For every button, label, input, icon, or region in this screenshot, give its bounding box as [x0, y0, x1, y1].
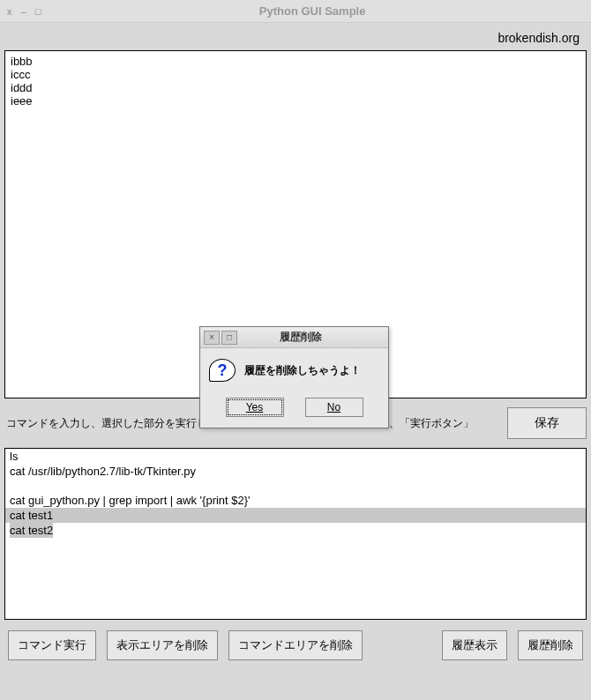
maximize-icon[interactable]: □	[35, 6, 41, 17]
dialog-close-icon[interactable]: ×	[204, 331, 220, 345]
site-label: brokendish.org	[4, 27, 587, 50]
yes-button[interactable]: Yes	[226, 398, 284, 417]
command-line[interactable]	[5, 479, 586, 493]
history-show-button[interactable]: 履歴表示	[442, 630, 507, 660]
button-row: コマンド実行 表示エリアを削除 コマンドエリアを削除 履歴表示 履歴削除	[4, 630, 587, 664]
exec-button[interactable]: コマンド実行	[8, 630, 96, 660]
command-line[interactable]: cat test2	[5, 523, 586, 538]
command-line[interactable]: cat test1	[5, 508, 586, 523]
window-controls: x – □	[7, 6, 41, 17]
save-button[interactable]: 保存	[507, 407, 587, 439]
confirm-dialog: × □ 履歴削除 ? 履歴を削除しちゃうよ！ Yes No	[199, 326, 389, 428]
command-line[interactable]: cat /usr/lib/python2.7/lib-tk/Tkinter.py	[5, 464, 586, 479]
history-delete-button[interactable]: 履歴削除	[518, 630, 583, 660]
dialog-message: 履歴を削除しちゃうよ！	[244, 363, 361, 378]
dialog-content: ? 履歴を削除しちゃうよ！	[200, 348, 388, 392]
dialog-buttons: Yes No	[200, 392, 388, 428]
command-line[interactable]: ls	[5, 449, 586, 464]
clear-display-button[interactable]: 表示エリアを削除	[107, 630, 218, 660]
question-icon: ?	[209, 359, 236, 382]
window-title: Python GUI Sample	[41, 4, 584, 18]
command-line[interactable]: cat gui_python.py | grep import | awk '{…	[5, 493, 586, 508]
dialog-titlebar[interactable]: × □ 履歴削除	[200, 327, 388, 348]
close-icon[interactable]: x	[7, 6, 12, 17]
dialog-maximize-icon[interactable]: □	[221, 331, 237, 345]
dialog-controls: × □	[200, 331, 239, 345]
command-area[interactable]: lscat /usr/lib/python2.7/lib-tk/Tkinter.…	[4, 448, 587, 620]
minimize-icon[interactable]: –	[21, 6, 26, 17]
clear-command-button[interactable]: コマンドエリアを削除	[228, 630, 363, 660]
window-titlebar: x – □ Python GUI Sample	[0, 0, 591, 23]
dialog-title: 履歴削除	[239, 330, 388, 345]
no-button[interactable]: No	[305, 398, 363, 417]
